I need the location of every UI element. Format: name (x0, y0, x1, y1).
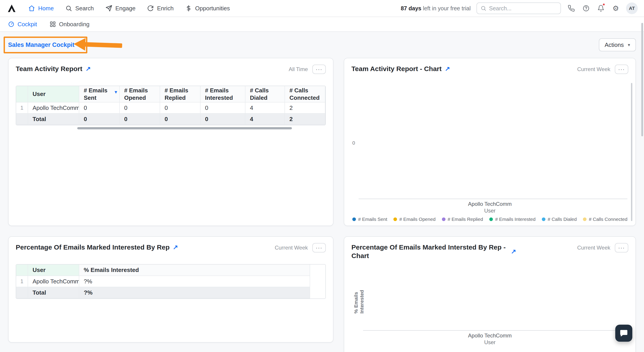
dialer-button[interactable] (567, 4, 576, 13)
grid-icon (50, 21, 56, 27)
dashboard-selector-dropdown[interactable]: Sales Manager Cockpit ▾ (8, 41, 80, 49)
trial-days: 87 days (401, 5, 422, 11)
row-index (16, 113, 28, 125)
external-link-icon[interactable]: ↗ (445, 65, 450, 73)
notifications-button[interactable] (596, 4, 606, 13)
card-header: Team Activity Report ↗ All Time ··· (16, 65, 326, 74)
table-row[interactable]: 1 Apollo TechComm ?% (16, 276, 310, 287)
cell-value: 0 (79, 102, 120, 113)
chart-plot-area: 0 (358, 77, 628, 199)
legend-dot (352, 217, 356, 221)
legend-item[interactable]: # Calls Connected (583, 217, 628, 222)
chart-plot-area: % Emails Interested (363, 263, 628, 331)
dashboard-selector-wrap: Sales Manager Cockpit ▾ (8, 41, 80, 49)
card-pct-interested-chart: Percentage Of Emails Marked Intersted By… (344, 236, 636, 352)
nav-item-home[interactable]: Home (22, 0, 60, 16)
dollar-icon (185, 5, 192, 12)
nav-label: Home (38, 5, 54, 12)
legend-item[interactable]: # Emails Replied (442, 217, 483, 222)
card-header-right: Current Week ··· (577, 243, 628, 252)
card-header-right: Current Week ··· (577, 65, 628, 74)
card-header-right: Current Week ··· (274, 243, 326, 252)
cell-value: 0 (120, 102, 160, 113)
ellipsis-menu-button[interactable]: ··· (312, 243, 326, 252)
tab-cockpit[interactable]: Cockpit (8, 21, 37, 28)
nav-label: Search (75, 5, 94, 12)
col-emails-sent[interactable]: # Emails Sent▾ (79, 86, 120, 102)
table-header-row: User % Emails Interested (16, 265, 310, 276)
cell-value: 2 (285, 113, 325, 125)
help-button[interactable] (582, 4, 590, 13)
x-axis-category: Apollo TechComm (352, 333, 628, 339)
apollo-logo-icon[interactable] (6, 3, 17, 14)
col-emails-replied[interactable]: # Emails Replied (160, 86, 200, 102)
dashboard-selector-label: Sales Manager Cockpit (8, 41, 74, 48)
legend-item[interactable]: # Emails Interested (489, 217, 536, 222)
col-calls-connected[interactable]: # Calls Connected (285, 86, 325, 102)
cell-value: 4 (245, 102, 285, 113)
col-emails-opened[interactable]: # Emails Opened (120, 86, 160, 102)
card-title: Percentage Of Emails Marked Interested B… (16, 243, 178, 252)
tab-label: Cockpit (18, 21, 37, 28)
table-header-row: User # Emails Sent▾ # Emails Opened # Em… (16, 86, 325, 102)
chat-widget-button[interactable] (615, 325, 632, 342)
col-user[interactable]: User (28, 86, 79, 102)
external-link-icon[interactable]: ↗ (511, 247, 516, 255)
cell-user: Apollo TechComm (28, 276, 79, 287)
nav-label: Opportunities (195, 5, 230, 12)
cell-value: 0 (200, 102, 245, 113)
nav-item-engage[interactable]: Engage (100, 0, 142, 16)
sort-chevron-icon[interactable]: ▾ (115, 89, 117, 95)
legend-item[interactable]: # Emails Sent (352, 217, 387, 222)
horizontal-scrollbar-thumb[interactable] (77, 127, 292, 129)
x-axis-title: User (352, 339, 628, 346)
refresh-icon (147, 5, 154, 12)
col-emails-interested[interactable]: # Emails Interested (200, 86, 245, 102)
search-icon (480, 5, 486, 11)
select-column-header[interactable] (16, 265, 28, 276)
card-title: Team Activity Report ↗ (16, 65, 91, 73)
cell-value: 0 (79, 113, 120, 125)
actions-button[interactable]: Actions ▾ (599, 38, 636, 51)
tab-onboarding[interactable]: Onboarding (50, 21, 90, 28)
cell-user: Apollo TechComm (28, 102, 79, 113)
table-scroll-container[interactable]: User # Emails Sent▾ # Emails Opened # Em… (16, 86, 326, 125)
ellipsis-icon: ··· (618, 245, 625, 250)
pct-interested-table: User % Emails Interested 1 Apollo TechCo… (16, 265, 310, 298)
ellipsis-menu-button[interactable]: ··· (615, 65, 628, 74)
legend-item[interactable]: # Calls Dialed (542, 217, 577, 222)
nav-item-search[interactable]: Search (60, 0, 100, 16)
external-link-icon[interactable]: ↗ (173, 243, 178, 251)
ellipsis-menu-button[interactable]: ··· (312, 65, 326, 74)
secondary-nav: Cockpit Onboarding (0, 17, 644, 32)
col-pct-emails-interested[interactable]: % Emails Interested (79, 265, 310, 276)
col-calls-dialed[interactable]: # Calls Dialed (245, 86, 285, 102)
ellipsis-icon: ··· (618, 67, 625, 72)
select-column-header[interactable] (16, 86, 28, 102)
primary-nav: Home Search Engage Enrich Opportunities (22, 0, 236, 16)
col-user[interactable]: User (28, 265, 79, 276)
nav-item-enrich[interactable]: Enrich (141, 0, 180, 16)
table-container: User % Emails Interested 1 Apollo TechCo… (16, 264, 326, 299)
page-scrollbar-thumb[interactable] (641, 23, 643, 136)
ellipsis-menu-button[interactable]: ··· (615, 243, 628, 252)
search-input[interactable] (489, 5, 557, 12)
cell-value: 0 (200, 113, 245, 125)
table-row[interactable]: 1 Apollo TechComm 0 0 0 0 4 2 (16, 102, 325, 113)
nav-item-opportunities[interactable]: Opportunities (180, 0, 236, 16)
cell-value: 0 (160, 113, 200, 125)
gauge-icon (8, 21, 14, 27)
cell-value: 0 (160, 102, 200, 113)
avatar[interactable]: AT (626, 2, 638, 14)
legend-item[interactable]: # Emails Opened (394, 217, 436, 222)
vertical-scrollbar-thumb[interactable] (631, 83, 632, 221)
widgets-grid: Team Activity Report ↗ All Time ··· (8, 58, 636, 352)
row-index: 1 (16, 276, 28, 287)
cell-total-label: Total (28, 287, 79, 298)
external-link-icon[interactable]: ↗ (86, 65, 91, 73)
chart-container: 0 Apollo TechComm User # Emails Sent # E… (352, 74, 628, 222)
legend-dot (583, 217, 586, 221)
settings-button[interactable]: ⚙ (611, 4, 620, 13)
global-search[interactable] (476, 2, 561, 14)
legend-dot (489, 217, 493, 221)
